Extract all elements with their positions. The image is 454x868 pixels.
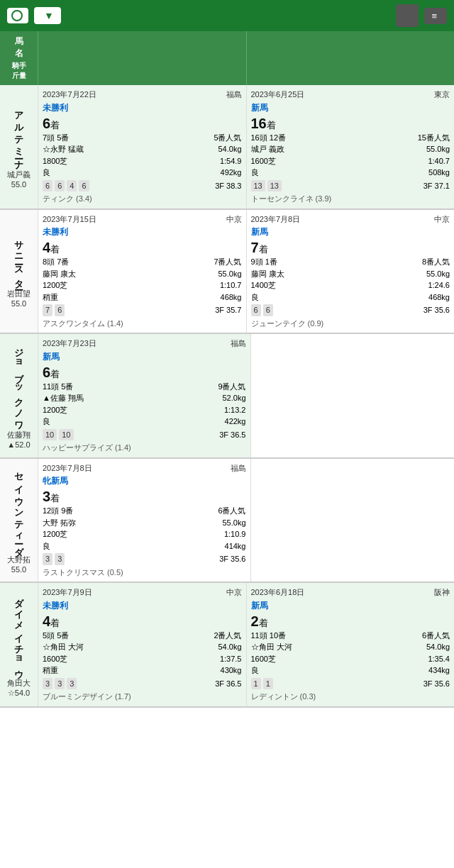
horses-list: アルテミーナ 城戸義 55.0 2023年7月22日 福島 未勝利 6着 7頭 … [0, 85, 454, 708]
race-jockey-kg: 54.0kg [218, 143, 241, 155]
race-date: 2023年7月15日 [43, 213, 96, 226]
race-popularity: 15番人気 [418, 132, 450, 144]
race-name[interactable]: 牝新馬 [43, 474, 246, 487]
horse-name: ジョブックノワ [13, 343, 26, 427]
horse-info: ジョブックノワ 佐藤翔 ▲52.0 [0, 334, 38, 457]
race-meta-trainer: 藤岡 康太 55.0kg [43, 268, 242, 280]
race-meta-trainer: ☆角田 大河 54.0kg [43, 641, 242, 653]
position-badge: 6 [55, 304, 65, 316]
race-winner: ブルーミンデザイン (1.7) [43, 691, 242, 703]
race-venue: 東京 [434, 89, 450, 101]
race-meta-distance: 1200芝 1:10.7 [43, 279, 242, 291]
race-distance: 1200芝 [43, 404, 67, 416]
race-venue: 阪神 [434, 586, 450, 599]
title-dropdown-icon: ▼ [44, 10, 54, 21]
race-distance: 1200芝 [43, 528, 67, 540]
race-meta-trainer: 大野 拓弥 55.0kg [43, 517, 246, 529]
race-venue: 中京 [434, 213, 450, 226]
race-meta-heads: 11頭 5番 9番人気 [43, 381, 246, 393]
race-date-venue: 2023年6月25日 東京 [251, 89, 450, 101]
race-meta-heads: 7頭 5番 5番人気 [43, 132, 242, 144]
race-trainer: ☆永野 猛蔵 [43, 143, 84, 155]
race-last3f: 3F 35.6 [423, 304, 450, 316]
race-date-venue: 2023年7月23日 福島 [43, 338, 246, 350]
info-button[interactable] [396, 4, 419, 27]
race-venue: 中京 [226, 213, 242, 226]
race-date-venue: 2023年7月22日 福島 [43, 89, 242, 101]
race-meta-condition: 良 468kg [251, 291, 450, 304]
race-body-weight: 468kg [428, 291, 450, 304]
race-meta-distance: 1400芝 1:24.6 [251, 279, 450, 291]
race-distance: 1600芝 [43, 653, 67, 665]
race-result: 16着 [251, 116, 450, 131]
race-venue: 中京 [226, 586, 242, 599]
race-jockey-kg: 54.0kg [426, 641, 450, 653]
race-result: 6着 [43, 365, 246, 380]
race-jockey-kg: 55.0kg [218, 268, 241, 280]
race-last3f: 3F 35.6 [423, 678, 450, 690]
race-venue: 福島 [226, 89, 242, 101]
race-meta-distance: 1600芝 1:37.5 [43, 653, 242, 665]
race-time: 1:10.9 [224, 528, 246, 540]
horse-info: サニースター 岩田望 55.0 [0, 210, 38, 333]
position-badge: 4 [67, 180, 77, 192]
race-date: 2023年7月22日 [43, 89, 96, 101]
race-trainer: 藤岡 康太 [43, 268, 76, 280]
race-distance: 1400芝 [251, 279, 276, 291]
horse-weight: ☆54.0 [8, 689, 30, 698]
menu-button[interactable]: ≡ [424, 8, 447, 24]
race-meta-distance: 1800芝 1:54.9 [43, 155, 242, 167]
race-name[interactable]: 新馬 [251, 226, 450, 238]
race-name[interactable]: 未勝利 [43, 101, 242, 114]
race-trainer: 城戸 義政 [251, 143, 284, 155]
race-meta-condition: 稍重 430kg [43, 664, 242, 677]
race-name[interactable]: 新馬 [43, 350, 246, 363]
race-time: 1:37.5 [220, 653, 242, 665]
race-cell: 2023年7月15日 中京 未勝利 4着 8頭 7番 7番人気 藤岡 康太 55… [38, 210, 246, 333]
position-badge: 1 [251, 678, 261, 690]
race-name[interactable]: 新馬 [251, 599, 450, 612]
race-meta-trainer: 城戸 義政 55.0kg [251, 143, 450, 155]
race-jockey-kg: 55.0kg [426, 268, 450, 280]
race-date: 2023年7月23日 [43, 338, 96, 350]
position-badge: 13 [251, 180, 265, 192]
race-cells: 2023年7月22日 福島 未勝利 6着 7頭 5番 5番人気 ☆永野 猛蔵 5… [38, 85, 454, 208]
race-last3f: 3F 36.5 [219, 429, 245, 441]
race-badges: 6646 3F 38.3 [43, 180, 242, 192]
race-condition: 稍重 [43, 291, 58, 304]
race-cells: 2023年7月9日 中京 未勝利 4着 5頭 5番 2番人気 ☆角田 大河 54… [38, 583, 454, 706]
race-meta-heads: 12頭 9番 6番人気 [43, 505, 246, 517]
race-meta-condition: 良 434kg [251, 664, 450, 677]
header: ▼ ≡ [0, 0, 454, 31]
race-popularity: 9番人気 [218, 381, 245, 393]
race-name[interactable]: 未勝利 [43, 226, 242, 238]
race-distance: 1600芝 [251, 653, 276, 665]
race-distance: 1800芝 [43, 155, 67, 167]
position-badge: 3 [55, 678, 65, 690]
horse-jockey: 大野拓 [7, 555, 31, 565]
race-date: 2023年7月8日 [251, 213, 301, 226]
horse-name: サニースター [13, 235, 26, 286]
race-meta-heads: 16頭 12番 15番人気 [251, 132, 450, 144]
horse-info: アルテミーナ 城戸義 55.0 [0, 85, 38, 208]
race-winner: ティンク (3.4) [43, 193, 242, 205]
horse-row: アルテミーナ 城戸義 55.0 2023年7月22日 福島 未勝利 6着 7頭 … [0, 85, 454, 210]
position-badge: 6 [251, 304, 261, 316]
race-name[interactable]: 新馬 [251, 101, 450, 114]
race-name[interactable]: 未勝利 [43, 599, 242, 612]
race-popularity: 7番人気 [214, 256, 241, 268]
race-cell: 2023年7月8日 中京 新馬 7着 9頭 1番 8番人気 藤岡 康太 55.0… [246, 210, 455, 333]
race-badges: 76 3F 35.7 [43, 304, 242, 316]
race-result: 2着 [251, 613, 450, 629]
race-last3f: 3F 35.6 [219, 553, 245, 565]
empty-race-cell [250, 459, 455, 582]
race-date-venue: 2023年7月8日 福島 [43, 462, 246, 474]
race-badges: 11 3F 35.6 [251, 678, 450, 690]
horse-name: ダイメイチョウ [13, 591, 26, 675]
race-time: 1:24.6 [428, 279, 450, 291]
race-time: 1:54.9 [220, 155, 242, 167]
horse-info: ダイメイチョウ 角田大 ☆54.0 [0, 583, 38, 706]
prev1-column-header [38, 31, 246, 85]
horse-row: セイウンティーダ 大野拓 55.0 2023年7月8日 福島 牝新馬 3着 12… [0, 459, 454, 584]
race-title[interactable]: ▼ [34, 7, 61, 24]
